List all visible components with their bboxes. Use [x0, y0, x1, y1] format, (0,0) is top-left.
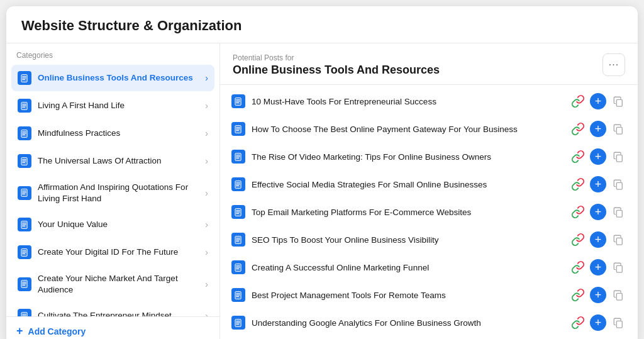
- svg-rect-103: [616, 321, 622, 328]
- post-actions: +: [570, 231, 626, 248]
- app-container: Website Structure & Organization Categor…: [6, 6, 638, 339]
- post-doc-icon: [231, 260, 245, 274]
- sidebar-item-label: Create Your Digital ID For The Future: [38, 247, 203, 258]
- svg-rect-61: [616, 127, 622, 134]
- post-item[interactable]: Creating A Successful Online Marketing F…: [225, 253, 633, 281]
- sidebar-item-entrepreneur-mindset[interactable]: Cultivate The Entrepreneur Mindset ›: [11, 303, 214, 316]
- sidebar-item-niche-market[interactable]: Create Your Niche Market And Target Audi…: [11, 267, 214, 301]
- copy-icon[interactable]: [610, 176, 626, 192]
- sidebar-item-doc-icon: [18, 99, 31, 113]
- sidebar-item-universal-laws[interactable]: The Universal Laws Of Attraction ›: [11, 148, 214, 174]
- chevron-right-icon: ›: [205, 101, 208, 111]
- post-actions: +: [570, 93, 626, 109]
- add-post-button[interactable]: +: [590, 314, 606, 331]
- post-actions: +: [570, 314, 626, 331]
- sidebar-item-online-business-tools[interactable]: Online Business Tools And Resources ›: [11, 65, 214, 91]
- copy-icon[interactable]: [610, 121, 626, 137]
- post-item[interactable]: Launching Your Online Store: Step-by-Ste…: [225, 336, 633, 339]
- post-actions: +: [570, 204, 626, 220]
- sidebar: Categories Online Business Tools And Res…: [6, 43, 220, 339]
- sidebar-item-label: The Universal Laws Of Attraction: [38, 155, 203, 167]
- copy-icon[interactable]: [610, 93, 626, 109]
- link-icon[interactable]: [570, 287, 586, 303]
- post-title: The Rise Of Video Marketing: Tips For On…: [252, 152, 565, 162]
- add-post-button[interactable]: +: [590, 231, 606, 248]
- main-layout: Categories Online Business Tools And Res…: [6, 43, 638, 339]
- sidebar-header: Categories: [6, 43, 219, 65]
- post-item[interactable]: Understanding Google Analytics For Onlin…: [225, 309, 633, 336]
- add-category-label: Add Category: [28, 326, 86, 336]
- copy-icon[interactable]: [610, 204, 626, 220]
- post-doc-icon: [231, 205, 245, 219]
- sidebar-item-doc-icon: [18, 71, 31, 85]
- sidebar-item-label: Living A First Hand Life: [38, 100, 203, 111]
- post-item[interactable]: Best Project Management Tools For Remote…: [225, 281, 633, 309]
- copy-icon[interactable]: [610, 287, 626, 303]
- post-actions: +: [570, 259, 626, 275]
- svg-rect-55: [616, 99, 622, 106]
- add-post-button[interactable]: +: [590, 259, 606, 275]
- add-post-button[interactable]: +: [590, 287, 606, 303]
- page-title: Website Structure & Organization: [6, 6, 638, 43]
- copy-icon[interactable]: [610, 231, 626, 248]
- sidebar-item-living-first-hand[interactable]: Living A First Hand Life ›: [11, 92, 214, 119]
- sidebar-list: Online Business Tools And Resources › Li…: [6, 65, 219, 316]
- svg-rect-79: [616, 210, 622, 217]
- chevron-right-icon: ›: [205, 73, 208, 83]
- copy-icon[interactable]: [610, 148, 626, 165]
- link-icon[interactable]: [570, 176, 586, 192]
- chevron-right-icon: ›: [205, 279, 208, 289]
- post-item[interactable]: The Rise Of Video Marketing: Tips For On…: [225, 143, 633, 170]
- add-post-button[interactable]: +: [590, 121, 606, 137]
- add-post-button[interactable]: +: [590, 93, 606, 109]
- add-post-button[interactable]: +: [590, 204, 606, 220]
- svg-rect-91: [616, 265, 622, 272]
- link-icon[interactable]: [570, 231, 586, 248]
- post-item[interactable]: Effective Social Media Strategies For Sm…: [225, 170, 633, 198]
- copy-icon[interactable]: [610, 259, 626, 275]
- post-item[interactable]: Top Email Marketing Platforms For E-Comm…: [225, 198, 633, 226]
- sidebar-item-mindfulness-practices[interactable]: Mindfulness Practices ›: [11, 120, 214, 147]
- add-post-button[interactable]: +: [590, 148, 606, 165]
- sidebar-item-affirmation-quotations[interactable]: Affirmation And Inspiring Quotations For…: [11, 175, 214, 210]
- sidebar-item-label: Your Unique Value: [38, 219, 203, 230]
- link-icon[interactable]: [570, 204, 586, 220]
- add-post-button[interactable]: +: [590, 176, 606, 192]
- post-item[interactable]: 10 Must-Have Tools For Entrepreneurial S…: [225, 87, 633, 115]
- post-actions: +: [570, 121, 626, 137]
- post-doc-icon: [231, 316, 245, 330]
- sidebar-item-doc-icon: [18, 186, 31, 200]
- sidebar-item-doc-icon: [18, 218, 31, 231]
- sidebar-item-doc-icon: [18, 126, 31, 140]
- copy-icon[interactable]: [610, 314, 626, 331]
- link-icon[interactable]: [570, 314, 586, 331]
- svg-rect-85: [616, 238, 622, 245]
- link-icon[interactable]: [570, 259, 586, 275]
- link-icon[interactable]: [570, 93, 586, 109]
- potential-posts-label: Potential Posts for: [233, 53, 440, 62]
- more-options-button[interactable]: ···: [602, 53, 625, 76]
- link-icon[interactable]: [570, 148, 586, 165]
- sidebar-item-doc-icon: [18, 154, 31, 168]
- sidebar-item-unique-value[interactable]: Your Unique Value ›: [11, 211, 214, 238]
- add-category-button[interactable]: + Add Category: [16, 325, 86, 338]
- sidebar-item-label: Affirmation And Inspiring Quotations For…: [38, 182, 203, 204]
- sidebar-item-label: Online Business Tools And Resources: [38, 72, 203, 84]
- post-doc-icon: [231, 122, 245, 136]
- content-header: Potential Posts for Online Business Tool…: [220, 43, 638, 85]
- chevron-right-icon: ›: [205, 247, 208, 257]
- post-title: Top Email Marketing Platforms For E-Comm…: [252, 208, 565, 217]
- link-icon[interactable]: [570, 121, 586, 137]
- sidebar-item-digital-id[interactable]: Create Your Digital ID For The Future ›: [11, 239, 214, 265]
- post-item[interactable]: SEO Tips To Boost Your Online Business V…: [225, 226, 633, 253]
- sidebar-item-doc-icon: [18, 245, 31, 259]
- content-section-title: Online Business Tools And Resources: [233, 64, 440, 77]
- chevron-right-icon: ›: [205, 128, 208, 138]
- post-actions: +: [570, 148, 626, 165]
- content-header-left: Potential Posts for Online Business Tool…: [233, 53, 440, 77]
- post-item[interactable]: How To Choose The Best Online Payment Ga…: [225, 115, 633, 143]
- post-title: Best Project Management Tools For Remote…: [252, 291, 565, 300]
- post-title: Effective Social Media Strategies For Sm…: [252, 180, 565, 189]
- sidebar-footer: + Add Category: [6, 316, 219, 339]
- post-doc-icon: [231, 177, 245, 191]
